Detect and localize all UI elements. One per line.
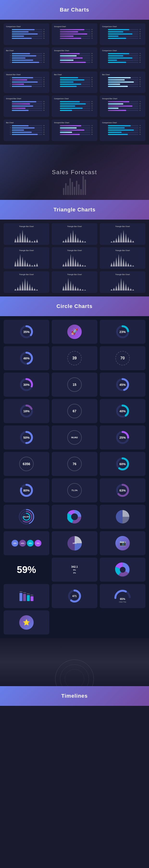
svg-marker-36 (29, 264, 31, 267)
bar-track (12, 132, 42, 133)
bar-track (60, 127, 90, 128)
svg-marker-55 (123, 258, 124, 267)
bar-fill (12, 29, 35, 30)
svg-marker-1 (17, 236, 19, 242)
bar-fill (60, 101, 80, 102)
bar-row: 45 (102, 131, 143, 133)
triangle-svg (62, 254, 87, 267)
circle-card (100, 558, 145, 582)
svg-marker-64 (24, 278, 26, 290)
bar-value: 55 (139, 127, 143, 128)
bar-fill (12, 82, 38, 83)
bar-fill (108, 38, 126, 39)
bar-track (60, 79, 90, 81)
svg-marker-68 (34, 288, 36, 290)
donut-chart: 46% (19, 351, 34, 365)
bar-fill (108, 60, 117, 61)
bar-chart-card: Stacked Bar Chart A 70 B 50 C (4, 71, 49, 93)
bar-track (12, 127, 42, 128)
svg-marker-39 (36, 263, 38, 267)
bar-row: E 85 (6, 133, 47, 135)
chart-title: Grouped Bar Chart (6, 98, 47, 99)
bar-row: 50 (102, 55, 143, 57)
bar-fill (12, 53, 30, 54)
svg-marker-57 (127, 263, 129, 267)
bar-track (60, 31, 90, 32)
bar-label: D (6, 131, 11, 133)
bar-fill (60, 53, 80, 54)
bar-row: 50 (102, 31, 143, 32)
bar-track (60, 110, 90, 111)
bar-row: 65 (102, 86, 143, 87)
donut-value: 60% (119, 462, 126, 466)
seg-bar (23, 594, 26, 601)
bar-fill (12, 105, 33, 107)
svg-point-128 (55, 660, 94, 686)
bar-charts-grid: Comparison Chart 75 55 (4, 23, 145, 141)
donut-value: 30% (23, 383, 30, 386)
svg-marker-38 (34, 264, 36, 267)
circle-card: 15 (52, 373, 97, 397)
bar-fill (108, 33, 132, 35)
svg-marker-44 (72, 256, 74, 267)
bar-value: 80 (43, 101, 47, 102)
bar-row: 65 (54, 133, 95, 135)
circle-card: 15%44%28%70% (4, 531, 49, 555)
bar-track (60, 86, 90, 87)
plain-value: 67 (72, 409, 77, 413)
bar-row: 40 (54, 110, 95, 111)
bar-fill (108, 57, 132, 59)
bar-fill (12, 62, 39, 63)
triangle-svg (62, 230, 87, 242)
svg-marker-17 (79, 240, 81, 242)
circle-card: 59% (4, 558, 49, 582)
bar-value: 55 (91, 127, 95, 128)
bar-chart-card: Grouped Bar Chart 70 50 (100, 95, 145, 117)
svg-marker-35 (26, 262, 28, 267)
bar-row: 40 (54, 131, 95, 133)
triangle-container (62, 253, 87, 267)
bar-track (60, 53, 90, 54)
bar-track (108, 57, 139, 59)
bar-value: 40 (43, 83, 47, 85)
bar-row: 55 (6, 110, 47, 111)
svg-marker-32 (19, 254, 21, 267)
triangle-svg (111, 254, 135, 267)
bar-row: 85 (102, 129, 143, 131)
triangle-container (111, 277, 135, 290)
bar-row: A 55 (6, 125, 47, 126)
bar-track (108, 60, 139, 61)
svg-marker-56 (125, 261, 127, 267)
circle-card: 35% (4, 320, 49, 344)
sales-forecast-photo: Sales Forecast (0, 145, 149, 200)
donut-value: 46% (23, 356, 30, 360)
svg-marker-2 (19, 233, 21, 242)
bar-fill (108, 79, 125, 81)
triangle-chart-card: Triangle Bar Chart (100, 271, 145, 293)
bar-fill (12, 107, 26, 109)
bar-value: 80 (139, 105, 143, 107)
big-percent-value: 59% (17, 564, 36, 575)
donut-value: 80% (23, 489, 30, 492)
bar-fill (12, 77, 33, 78)
svg-marker-75 (74, 286, 77, 290)
plain-value: 76 (72, 462, 77, 466)
bar-value: 70 (91, 37, 95, 39)
bar-row: D 65 (6, 131, 47, 133)
bar-row: 75 (54, 57, 95, 59)
circle-card: 50% (4, 426, 49, 450)
bar-value: 70 (43, 77, 47, 78)
bar-value: 50 (43, 79, 47, 81)
svg-marker-10 (62, 241, 64, 242)
svg-marker-20 (111, 241, 113, 242)
plain-circle: 15 (67, 377, 82, 392)
bar-fill (12, 101, 36, 102)
bar-value: 45 (139, 131, 143, 133)
donut-chart: 30% (19, 377, 34, 392)
cluster-number: 3% (73, 572, 76, 574)
bar-track (12, 125, 42, 126)
svg-marker-48 (82, 265, 84, 267)
circle-charts-header: Circle Charts (0, 297, 149, 316)
svg-marker-37 (31, 265, 33, 267)
bar-fill (108, 53, 129, 54)
